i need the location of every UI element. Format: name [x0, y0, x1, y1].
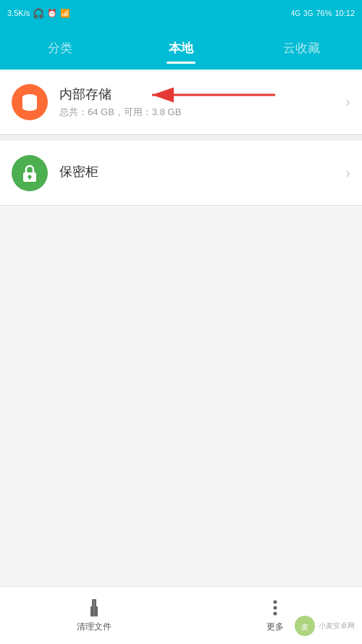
tab-classify-label: 分类 — [48, 41, 72, 55]
status-right: 4G 3G 76% 10:12 — [291, 9, 355, 17]
more-label: 更多 — [266, 621, 284, 633]
status-left: 3.5K/s 🎧 ⏰ 📶 — [7, 8, 70, 19]
safe-text: 保密柜 — [59, 163, 345, 183]
signal-3g-icon: 3G — [303, 9, 313, 17]
safe-title: 保密柜 — [59, 163, 345, 180]
storage-icon — [12, 84, 48, 120]
svg-point-11 — [274, 612, 277, 616]
headphone-icon: 🎧 — [33, 8, 44, 19]
storage-subtitle: 总共：64 GB，可用：3.8 GB — [59, 106, 345, 119]
time-display: 10:12 — [334, 9, 355, 17]
status-bar: 3.5K/s 🎧 ⏰ 📶 4G 3G 76% 10:12 — [0, 0, 362, 26]
wifi-icon: 📶 — [60, 9, 70, 18]
list-divider — [0, 135, 362, 141]
storage-chevron: › — [345, 93, 350, 110]
tab-bar: 分类 本地 云收藏 — [0, 26, 362, 70]
more-icon — [265, 598, 285, 618]
safe-icon — [12, 155, 48, 191]
safe-svg-icon — [20, 164, 39, 183]
svg-point-10 — [274, 606, 277, 610]
battery-icon: 76% — [316, 9, 332, 17]
storage-title: 内部存储 — [59, 85, 345, 103]
clean-label: 清理文件 — [77, 621, 111, 633]
secret-box-item[interactable]: 保密柜 › — [0, 141, 362, 206]
storage-text: 内部存储 总共：64 GB，可用：3.8 GB — [59, 85, 345, 119]
storage-svg-icon — [20, 92, 40, 112]
tab-local[interactable]: 本地 — [121, 33, 242, 64]
svg-rect-5 — [29, 177, 30, 180]
watermark-logo: 麦 — [294, 615, 316, 637]
clean-svg-icon — [84, 598, 104, 618]
bottom-nav: 清理文件 更多 麦 小麦安卓网 — [0, 586, 362, 644]
clean-files-button[interactable]: 清理文件 — [77, 598, 111, 633]
alarm-icon: ⏰ — [47, 9, 57, 18]
tab-classify[interactable]: 分类 — [0, 33, 121, 64]
internal-storage-item[interactable]: 内部存储 总共：64 GB，可用：3.8 GB › — [0, 70, 362, 135]
tab-cloud[interactable]: 云收藏 — [241, 33, 362, 64]
network-speed: 3.5K/s — [7, 9, 30, 17]
tab-cloud-label: 云收藏 — [283, 41, 320, 55]
more-button[interactable]: 更多 — [265, 598, 285, 633]
tab-local-label: 本地 — [169, 41, 193, 55]
watermark-text: 小麦安卓网 — [319, 621, 355, 631]
svg-point-9 — [274, 601, 277, 604]
svg-text:麦: 麦 — [301, 623, 308, 631]
more-svg-icon — [265, 598, 285, 618]
clean-icon — [84, 598, 104, 618]
safe-chevron: › — [345, 164, 350, 181]
watermark: 麦 小麦安卓网 — [294, 615, 355, 637]
signal-4g-icon: 4G — [291, 9, 300, 17]
main-content: 内部存储 总共：64 GB，可用：3.8 GB › 保 — [0, 70, 362, 206]
